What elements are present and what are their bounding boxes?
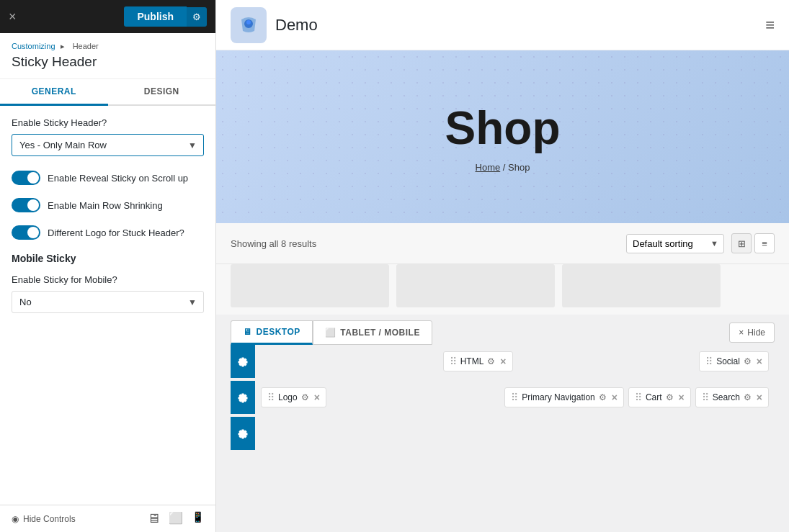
tab-tablet-mobile[interactable]: ⬜ TABLET / MOBILE [313,320,432,345]
mobile-sticky-select-wrapper: No Yes ▼ [12,291,204,313]
main-row-shrinking-toggle[interactable] [12,198,40,212]
sort-select-wrapper: Default sorting Sort by popularity Sort … [626,234,724,253]
product-card-3 [562,264,721,307]
sticky-header-select-wrapper: No Yes - Only Main Row Yes - Full Header… [12,134,204,156]
publish-button[interactable]: Publish [124,6,187,27]
row-3-cells [255,430,775,436]
row-1-cells: ⠿ HTML ⚙ × ⠿ Social ⚙ × [255,348,775,374]
logo-drag-handle[interactable]: ⠿ [267,392,275,403]
hero-title: Shop [445,102,561,155]
breadcrumb: Customizing ▸ Header [12,42,204,51]
tab-desktop[interactable]: 🖥 DESKTOP [231,320,313,345]
nav-close-icon[interactable]: × [612,392,618,403]
grid-icons: ⊞ ≡ [731,233,775,253]
diff-logo-label: Different Logo for Stuck Header? [48,227,184,238]
builder-row-1: ⠿ HTML ⚙ × ⠿ Social ⚙ × [231,345,775,378]
mobile-icon[interactable]: 📱 [192,511,204,526]
cell-search: ⠿ Search ⚙ × [695,387,769,407]
social-label: Social [716,356,740,366]
hero-breadcrumb-home[interactable]: Home [476,162,501,173]
hide-button[interactable]: × Hide [729,323,775,343]
nav-gear-icon[interactable]: ⚙ [599,392,607,402]
mobile-sticky-title: Mobile Sticky [12,253,204,264]
publish-settings-button[interactable]: ⚙ [187,7,207,27]
panel-body: Enable Sticky Header? No Yes - Only Main… [0,106,215,505]
main-row-shrinking-label: Enable Main Row Shrinking [48,200,163,211]
cart-drag-handle[interactable]: ⠿ [635,392,642,403]
tablet-icon[interactable]: ⬜ [169,511,183,526]
shop-bar: Showing all 8 results Default sorting So… [216,223,789,264]
hide-icon: × [739,328,744,338]
breadcrumb-arrow: ▸ [61,42,65,50]
list-view-button[interactable]: ≡ [754,233,775,253]
product-card-2 [396,264,555,307]
sticky-header-select[interactable]: No Yes - Only Main Row Yes - Full Header [12,134,204,156]
search-label: Search [713,392,740,402]
search-gear-icon[interactable]: ⚙ [744,392,752,402]
social-gear-icon[interactable]: ⚙ [744,356,752,366]
results-text: Showing all 8 results [231,238,316,249]
search-close-icon[interactable]: × [757,392,762,403]
hero-breadcrumb: Home / Shop [476,162,530,173]
builder-area: 🖥 DESKTOP ⬜ TABLET / MOBILE × Hide [216,315,789,532]
device-icons: 🖥 ⬜ 📱 [147,511,204,526]
logo-gear-icon[interactable]: ⚙ [301,392,309,402]
cell-cart: ⠿ Cart ⚙ × [628,387,691,407]
row-1-gear[interactable] [231,345,255,378]
sticky-header-field: Enable Sticky Header? No Yes - Only Main… [12,117,204,156]
logo-label: Logo [278,392,298,402]
search-drag-handle[interactable]: ⠿ [702,392,709,403]
builder-rows: ⠿ HTML ⚙ × ⠿ Social ⚙ × [231,345,775,450]
cell-html: ⠿ HTML ⚙ × [443,351,513,371]
row-2-gear[interactable] [231,381,255,414]
grid-view-button[interactable]: ⊞ [731,233,752,253]
product-card-1 [231,264,389,307]
logo-close-icon[interactable]: × [314,392,320,403]
cart-close-icon[interactable]: × [679,392,685,403]
logo-icon [231,7,267,43]
hero-breadcrumb-current: Shop [508,162,530,173]
tab-design[interactable]: DESIGN [108,79,216,106]
breadcrumb-header: Header [73,42,99,50]
mobile-sticky-select[interactable]: No Yes [12,291,204,313]
svg-point-1 [246,20,251,24]
top-bar: × Publish ⚙ [0,0,215,33]
breadcrumb-area: Customizing ▸ Header Sticky Header [0,33,215,79]
reveal-sticky-row: Enable Reveal Sticky on Scroll up [12,171,204,185]
cell-logo: ⠿ Logo ⚙ × [261,387,326,407]
html-label: HTML [460,356,484,366]
cart-gear-icon[interactable]: ⚙ [666,392,674,402]
bottom-bar: ◉ Hide Controls 🖥 ⬜ 📱 [0,505,215,532]
hero-breadcrumb-sep: / [503,162,508,173]
html-close-icon[interactable]: × [500,356,506,367]
row-3-gear[interactable] [231,417,255,450]
sort-select[interactable]: Default sorting Sort by popularity Sort … [626,234,724,253]
nav-drag-handle[interactable]: ⠿ [511,392,518,403]
sort-area: Default sorting Sort by popularity Sort … [626,233,775,253]
diff-logo-toggle[interactable] [12,225,40,240]
tab-general[interactable]: GENERAL [0,79,108,106]
close-button[interactable]: × [9,10,17,23]
sticky-header-label: Enable Sticky Header? [12,117,204,128]
product-strip [216,264,789,315]
nav-label: Primary Navigation [522,392,594,402]
builder-row-3 [231,417,775,450]
builder-tabs-row: 🖥 DESKTOP ⬜ TABLET / MOBILE × Hide [231,315,775,345]
cell-primary-navigation: ⠿ Primary Navigation ⚙ × [504,387,624,407]
right-panel: Demo ≡ Shop Home / Shop Showing all 8 re… [216,0,789,532]
hamburger-icon[interactable]: ≡ [765,16,775,35]
html-gear-icon[interactable]: ⚙ [487,356,495,366]
breadcrumb-customizing[interactable]: Customizing [12,42,55,50]
hide-controls-button[interactable]: ◉ Hide Controls [12,514,76,524]
desktop-tab-label: DESKTOP [257,327,300,337]
desktop-icon[interactable]: 🖥 [147,511,160,526]
row-2-cells: ⠿ Logo ⚙ × ⠿ Primary Navigation ⚙ × ⠿ [255,384,775,410]
reveal-sticky-toggle[interactable] [12,171,40,185]
site-name: Demo [275,16,318,35]
cart-label: Cart [646,392,662,402]
social-close-icon[interactable]: × [757,356,762,367]
hide-controls-label: Hide Controls [23,514,76,524]
html-drag-handle[interactable]: ⠿ [450,356,457,367]
hide-controls-icon: ◉ [12,514,19,524]
social-drag-handle[interactable]: ⠿ [705,356,713,367]
